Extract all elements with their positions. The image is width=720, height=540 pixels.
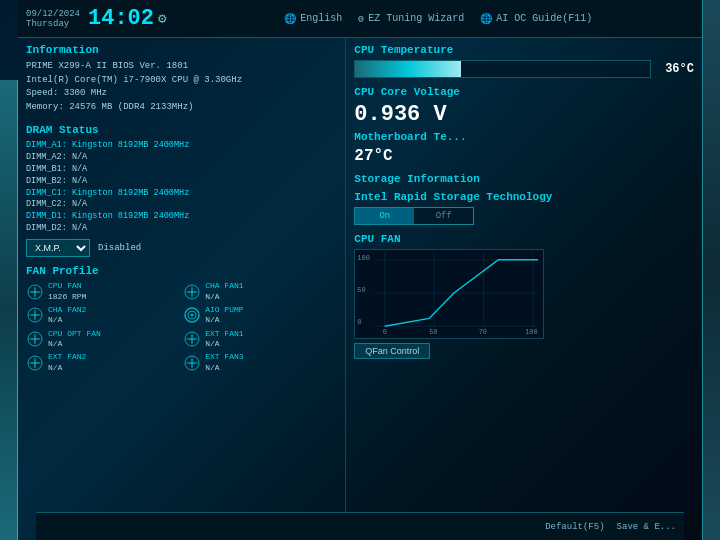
time-display: 14:02 (88, 6, 154, 31)
svg-text:0: 0 (383, 328, 387, 336)
svg-point-8 (191, 314, 194, 317)
irst-on-button[interactable]: On (355, 208, 414, 224)
mb-temp-label: Motherboard Te... (354, 131, 694, 143)
svg-point-12 (191, 338, 194, 341)
svg-point-3 (191, 290, 194, 293)
fan-item-ext1: EXT FAN1 N/A (183, 329, 337, 350)
temp-bar-container: 36°C (354, 60, 694, 78)
cpu-temp-section: CPU Temperature 36°C (354, 44, 694, 78)
main-area: Information PRIME X299-A II BIOS Ver. 18… (18, 38, 702, 512)
dram-slot-a1: DIMM_A1: Kingston 8192MB 2400MHz (26, 140, 337, 152)
fan-item-aio: AIO PUMP N/A (183, 305, 337, 326)
irst-title: Intel Rapid Storage Technology (354, 191, 694, 203)
right-decoration (702, 0, 720, 540)
voltage-value: 0.936 V (354, 102, 694, 127)
storage-section: Storage Information (354, 173, 694, 185)
info-title: Information (26, 44, 337, 56)
fan-chart: 100 50 0 0 50 (354, 249, 544, 339)
fan-text-cha2: CHA FAN2 N/A (48, 305, 86, 326)
fan-spin-icon-ext1 (183, 330, 201, 348)
chart-y-0: 0 (357, 318, 361, 326)
fan-text-cpu: CPU FAN 1826 RPM (48, 281, 86, 302)
cpu-fan-section: CPU FAN 100 50 0 (354, 233, 694, 359)
fan-grid: CPU FAN 1826 RPM (26, 281, 337, 373)
dram-slot-d1: DIMM_D1: Kingston 8192MB 2400MHz (26, 211, 337, 223)
fan-text-cpuopt: CPU OPT FAN N/A (48, 329, 101, 350)
dram-title: DRAM Status (26, 124, 337, 136)
fan-spin-icon-cha2 (26, 306, 44, 324)
fan-chart-svg: 0 50 70 100 (355, 250, 543, 338)
dram-slot-c2: DIMM_C2: N/A (26, 199, 337, 211)
svg-point-10 (34, 338, 37, 341)
fan-item-cha2: CHA FAN2 N/A (26, 305, 180, 326)
fan-text-ext2: EXT FAN2 N/A (48, 352, 86, 373)
temp-bar-fill (355, 61, 461, 77)
xmp-dropdown[interactable]: X.M.P. X.M.P. I X.M.P. II (26, 239, 90, 257)
fan-spin-icon-ext2 (26, 354, 44, 372)
svg-text:50: 50 (430, 328, 438, 336)
qfan-button[interactable]: QFan Control (354, 343, 430, 359)
svg-text:100: 100 (526, 328, 538, 336)
fan-item-cpuopt: CPU OPT FAN N/A (26, 329, 180, 350)
globe-icon: 🌐 (284, 13, 296, 25)
left-panel: Information PRIME X299-A II BIOS Ver. 18… (18, 38, 346, 512)
xmp-row: X.M.P. X.M.P. I X.M.P. II Disabled (26, 239, 337, 257)
top-bar: 09/12/2024 Thursday 14:02 ⚙ 🌐 English ⚙ … (18, 0, 702, 38)
chart-y-100: 100 (357, 254, 370, 262)
fan-profile-title: FAN Profile (26, 265, 337, 277)
irst-toggle: On Off (354, 207, 474, 225)
svg-point-16 (191, 361, 194, 364)
fan-text-cha1: CHA FAN1 N/A (205, 281, 243, 302)
fan-text-ext3: EXT FAN3 N/A (205, 352, 243, 373)
cpu-temp-title: CPU Temperature (354, 44, 694, 56)
svg-text:70: 70 (479, 328, 487, 336)
date-display: 09/12/2024 Thursday (26, 9, 80, 29)
voltage-title: CPU Core Voltage (354, 86, 694, 98)
nav-ez-tuning[interactable]: ⚙ EZ Tuning Wizard (358, 13, 464, 25)
left-decoration (0, 80, 18, 540)
fan-spin-icon-ext3 (183, 354, 201, 372)
top-nav: 🌐 English ⚙ EZ Tuning Wizard 🌐 AI OC Gui… (182, 13, 694, 25)
cpu-fan-title: CPU FAN (354, 233, 694, 245)
gear-icon[interactable]: ⚙ (158, 10, 166, 27)
dram-slot-a2: DIMM_A2: N/A (26, 152, 337, 164)
nav-ai-oc[interactable]: 🌐 AI OC Guide(F11) (480, 13, 592, 25)
fan-text-aio: AIO PUMP N/A (205, 305, 243, 326)
temp-bar (354, 60, 651, 78)
dram-section: DRAM Status DIMM_A1: Kingston 8192MB 240… (26, 124, 337, 257)
fan-spin-icon-aio (183, 306, 201, 324)
dram-slot-b2: DIMM_B2: N/A (26, 176, 337, 188)
irst-off-button[interactable]: Off (414, 208, 473, 224)
storage-title: Storage Information (354, 173, 694, 185)
fan-item-ext2: EXT FAN2 N/A (26, 352, 180, 373)
irst-section: Intel Rapid Storage Technology On Off (354, 191, 694, 225)
voltage-section: CPU Core Voltage 0.936 V Motherboard Te.… (354, 86, 694, 165)
fan-item-cpu: CPU FAN 1826 RPM (26, 281, 180, 302)
fan-spin-icon-cpuopt (26, 330, 44, 348)
fan-spin-icon-cpu (26, 283, 44, 301)
right-panel: CPU Temperature 36°C CPU Core Voltage 0.… (346, 38, 702, 512)
dram-slot-c1: DIMM_C1: Kingston 8192MB 2400MHz (26, 188, 337, 200)
svg-point-5 (34, 314, 37, 317)
fan-section: FAN Profile CPU FAN 1 (26, 265, 337, 373)
fan-item-cha1: CHA FAN1 N/A (183, 281, 337, 302)
ai-oc-icon: 🌐 (480, 13, 492, 25)
info-lines: PRIME X299-A II BIOS Ver. 1801 Intel(R) … (26, 60, 337, 114)
fan-spin-icon-cha1 (183, 283, 201, 301)
bottom-bar: Default(F5) Save & E... (36, 512, 684, 540)
cpu-temp-value: 36°C (659, 62, 694, 76)
dram-slot-d2: DIMM_D2: N/A (26, 223, 337, 235)
fan-item-ext3: EXT FAN3 N/A (183, 352, 337, 373)
ez-tuning-icon: ⚙ (358, 13, 364, 25)
dram-slot-b1: DIMM_B1: N/A (26, 164, 337, 176)
nav-english[interactable]: 🌐 English (284, 13, 342, 25)
chart-y-50: 50 (357, 286, 365, 294)
default-button[interactable]: Default(F5) (545, 522, 604, 532)
svg-point-14 (34, 361, 37, 364)
save-button[interactable]: Save & E... (617, 522, 676, 532)
xmp-status: Disabled (98, 243, 141, 253)
svg-point-1 (34, 290, 37, 293)
fan-text-ext1: EXT FAN1 N/A (205, 329, 243, 350)
mb-temp-value: 27°C (354, 147, 694, 165)
info-section: Information PRIME X299-A II BIOS Ver. 18… (26, 44, 337, 114)
